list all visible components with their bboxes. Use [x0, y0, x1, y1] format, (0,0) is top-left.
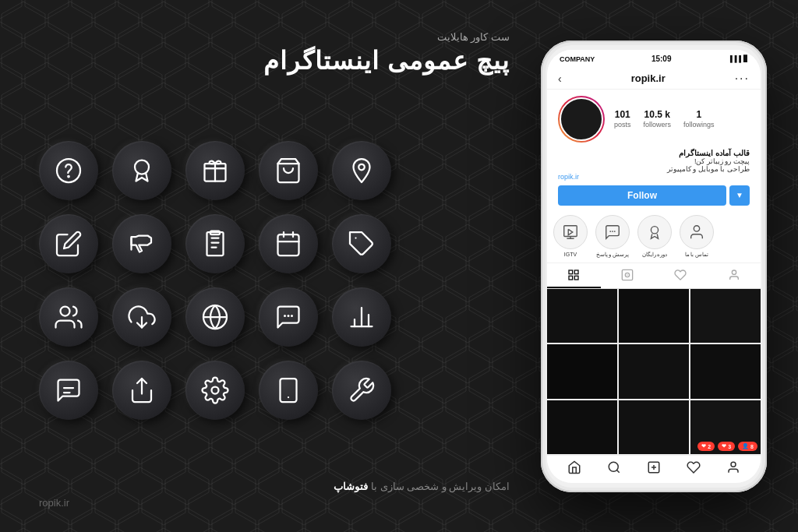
- icon-award[interactable]: [112, 141, 171, 200]
- photo-cell-3[interactable]: [690, 289, 761, 344]
- carrier-text: COMPANY: [560, 55, 595, 63]
- signal-icon: ▐▐▐: [728, 55, 741, 62]
- followers-stat[interactable]: 10.5 k followers: [644, 109, 672, 129]
- profile-section: 101 posts 10.5 k followers 1 followings: [547, 90, 761, 149]
- svg-point-53: [609, 462, 618, 471]
- more-options-icon[interactable]: ···: [735, 72, 750, 86]
- share-icon: [128, 376, 156, 404]
- bio-section: قالب آماده اینستاگرام پیچت رو زیباتر کن!…: [547, 149, 761, 185]
- photo-cell-5[interactable]: [619, 344, 689, 399]
- svg-point-52: [732, 270, 736, 274]
- icon-bag[interactable]: [259, 141, 318, 200]
- highlight-qa-circle: [595, 215, 630, 249]
- posts-label: posts: [614, 121, 631, 129]
- svg-point-42: [614, 231, 616, 232]
- svg-point-26: [288, 315, 290, 317]
- like-count-badge: ❤ 2: [697, 442, 715, 451]
- engagement-overlay: ❤ 2 ❤ 3 👤 8: [697, 442, 757, 451]
- comment-count-badge: ❤ 3: [718, 442, 735, 451]
- icon-settings[interactable]: [185, 361, 245, 420]
- icon-chart[interactable]: [332, 287, 391, 347]
- svg-point-41: [612, 231, 613, 232]
- bottom-area: امکان ویرایش و شخصی سازی با فتوشاپ ropik…: [39, 473, 510, 509]
- svg-point-10: [358, 164, 365, 171]
- volume-down-button: [541, 192, 542, 224]
- icon-megaphone[interactable]: [112, 214, 171, 273]
- icon-notepad[interactable]: [185, 214, 245, 273]
- svg-rect-46: [575, 270, 579, 274]
- photo-cell-6[interactable]: [690, 344, 761, 399]
- bottom-nav: [547, 455, 761, 483]
- title-area: ست کاور هایلایت پیچ عمومی اینستاگرام: [39, 31, 510, 76]
- tab-reels[interactable]: [601, 263, 655, 288]
- posts-stat: 101 posts: [614, 109, 631, 129]
- tab-mentions[interactable]: [708, 263, 761, 288]
- question-icon: [55, 157, 83, 185]
- comment-heart-icon: ❤: [722, 443, 726, 449]
- tab-tagged[interactable]: [654, 263, 708, 288]
- megaphone-icon: [128, 230, 156, 258]
- icon-edit[interactable]: [39, 214, 98, 273]
- avatar-wrapper: [558, 96, 605, 143]
- bio-line2: طراحی با موبایل و کامپیوتر: [558, 165, 750, 173]
- highlight-contact-label: تماس با ما: [685, 252, 709, 258]
- group-icon: [55, 303, 83, 331]
- svg-point-51: [627, 274, 627, 275]
- profile-stats: 101 posts 10.5 k followers 1 followings: [614, 109, 750, 129]
- add-nav-icon[interactable]: [647, 460, 661, 477]
- icon-tools[interactable]: [332, 361, 391, 420]
- home-nav-icon[interactable]: [567, 460, 581, 477]
- follow-button[interactable]: Follow: [558, 185, 726, 206]
- phone-frame: COMPANY 15:09 ▐▐▐ ▊ ‹ ropik.ir ···: [541, 41, 767, 492]
- icon-chat[interactable]: [259, 287, 318, 347]
- icon-question[interactable]: [39, 141, 98, 200]
- bio-link[interactable]: ropik.ir: [558, 173, 750, 181]
- icon-tag[interactable]: [332, 214, 391, 273]
- svg-point-6: [135, 160, 149, 174]
- view-count: 8: [750, 444, 754, 449]
- icon-gift[interactable]: [185, 141, 245, 200]
- icon-message[interactable]: [39, 361, 98, 420]
- brand-name: ropik.ir: [39, 497, 510, 509]
- icon-location[interactable]: [332, 141, 391, 200]
- highlight-qa-label: پرسش و پاسخ: [596, 252, 630, 258]
- status-right: ▐▐▐ ▊: [728, 55, 748, 62]
- search-nav-icon[interactable]: [607, 460, 621, 477]
- profile-nav-icon[interactable]: [726, 460, 740, 477]
- highlight-igtv[interactable]: IGTV: [553, 215, 588, 258]
- photo-cell-7[interactable]: [547, 400, 617, 455]
- highlight-course-circle: [637, 215, 672, 249]
- notepad-icon: [201, 230, 229, 258]
- silent-button: [541, 118, 542, 142]
- bottom-description: امکان ویرایش و شخصی سازی با فتوشاپ: [39, 481, 510, 492]
- tab-grid[interactable]: [547, 263, 601, 288]
- svg-rect-11: [207, 232, 224, 255]
- photo-cell-8[interactable]: [619, 400, 689, 455]
- photo-cell-2[interactable]: [619, 289, 689, 344]
- highlight-course[interactable]: دوره رایگان: [637, 215, 672, 258]
- highlight-contact[interactable]: تماس با ما: [680, 215, 714, 258]
- icon-share[interactable]: [112, 361, 171, 420]
- icon-calendar[interactable]: [259, 214, 318, 273]
- icon-group[interactable]: [39, 287, 98, 347]
- heart-nav-icon[interactable]: [687, 460, 701, 477]
- page-content: ست کاور هایلایت پیچ عمومی اینستاگرام: [0, 0, 798, 532]
- icon-cloud-download[interactable]: [112, 287, 171, 347]
- svg-point-21: [61, 307, 70, 316]
- follow-dropdown-button[interactable]: ▼: [729, 185, 750, 206]
- icon-globe[interactable]: [185, 287, 245, 347]
- view-icon: 👤: [742, 443, 749, 449]
- like-count: 2: [708, 444, 711, 449]
- highlight-qa[interactable]: پرسش و پاسخ: [595, 215, 630, 258]
- photo-cell-4[interactable]: [547, 344, 617, 399]
- highlight-contact-circle: [680, 215, 714, 249]
- gift-icon: [201, 157, 229, 185]
- following-label: followings: [683, 121, 715, 129]
- svg-line-54: [617, 470, 620, 472]
- following-stat[interactable]: 1 followings: [683, 109, 715, 129]
- posts-count: 101: [615, 109, 630, 120]
- icon-tablet[interactable]: [259, 361, 318, 420]
- battery-icon: ▊: [743, 55, 748, 62]
- photo-cell-1[interactable]: [547, 289, 617, 344]
- photo-cell-9[interactable]: ❤ 2 ❤ 3 👤 8: [690, 400, 761, 455]
